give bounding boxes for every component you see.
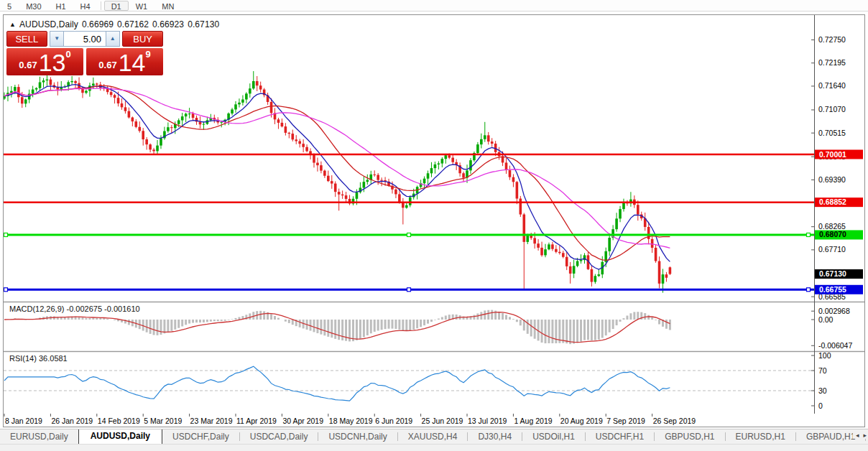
buy-button[interactable]: BUY	[122, 31, 163, 47]
timeframe-button-w1[interactable]: W1	[129, 1, 155, 11]
chart-symbol: AUDUSD,Daily	[19, 19, 78, 29]
svg-text:8 Jan 2019: 8 Jan 2019	[5, 417, 42, 425]
svg-text:0: 0	[818, 401, 823, 410]
svg-text:30 Apr 2019: 30 Apr 2019	[282, 417, 323, 425]
volume-increase-button[interactable]: ▲	[106, 31, 120, 47]
volume-decrease-button[interactable]: ▼	[50, 31, 64, 47]
timeframe-button-h1[interactable]: H1	[49, 1, 73, 11]
sell-button[interactable]: SELL	[6, 31, 47, 47]
sell-price-tile[interactable]: 0.67 13 0	[6, 48, 83, 75]
svg-text:7 Sep 2019: 7 Sep 2019	[606, 417, 645, 425]
svg-text:18 May 2019: 18 May 2019	[329, 417, 373, 425]
timeframe-button-h4[interactable]: H4	[73, 1, 98, 11]
svg-text:30: 30	[818, 386, 827, 395]
volume-input[interactable]	[64, 31, 106, 47]
chart-tab-usdchf-h1[interactable]: USDCHF,H1	[586, 429, 654, 444]
svg-text:6 Jun 2019: 6 Jun 2019	[375, 417, 412, 425]
svg-text:0.66755: 0.66755	[819, 285, 846, 294]
svg-text:0.68852: 0.68852	[819, 197, 846, 206]
svg-text:0.72195: 0.72195	[818, 58, 846, 67]
svg-text:1 Aug 2019: 1 Aug 2019	[514, 417, 552, 425]
buy-price-prefix: 0.67	[98, 60, 116, 70]
rsi-name: RSI(14)	[9, 354, 37, 363]
sell-price-big: 13	[39, 52, 66, 73]
macd-indicator-label: MACD(12,26,9) -0.002675 -0.001610	[9, 304, 140, 313]
ohlc-close: 0.67130	[188, 19, 219, 29]
svg-text:0.72750: 0.72750	[818, 35, 846, 44]
svg-text:100: 100	[818, 351, 831, 360]
status-bar	[0, 444, 868, 451]
svg-text:0.70001: 0.70001	[819, 150, 846, 159]
chart-tab-eurusd-h1[interactable]: EURUSD,H1	[726, 429, 795, 444]
chart-tab-usdcnh-daily[interactable]: USDCNH,Daily	[318, 429, 397, 444]
svg-text:0.71640: 0.71640	[818, 81, 846, 90]
timeframe-button-5[interactable]: 5	[0, 1, 19, 11]
timeframe-button-m30[interactable]: M30	[19, 1, 48, 11]
svg-text:14 Feb 2019: 14 Feb 2019	[98, 417, 140, 425]
buy-price-tile[interactable]: 0.67 14 9	[86, 48, 163, 75]
chart-tab-xauusd-h4[interactable]: XAUUSD,H4	[398, 429, 468, 444]
timeframe-toolbar: 5M30H1H4D1W1MN	[0, 0, 868, 11]
ohlc-low: 0.66923	[152, 19, 184, 29]
chart-tab-bar: EURUSD,DailyAUDUSD,DailyUSDCHF,DailyUSDC…	[0, 429, 868, 444]
chart-tab-eurusd-daily[interactable]: EURUSD,Daily	[0, 429, 78, 444]
svg-text:5 Mar 2019: 5 Mar 2019	[144, 417, 182, 425]
sell-price-prefix: 0.67	[19, 60, 37, 70]
svg-text:20 Aug 2019: 20 Aug 2019	[560, 417, 603, 425]
buy-direction-icon: ▲	[9, 21, 16, 28]
svg-text:0.67710: 0.67710	[818, 245, 846, 254]
sell-price-sup: 0	[65, 49, 70, 60]
svg-text:26 Sep 2019: 26 Sep 2019	[653, 417, 696, 425]
toolbar-separator	[101, 1, 101, 10]
chart-tab-dj30-h4[interactable]: DJ30,H4	[468, 429, 522, 444]
svg-text:0.69390: 0.69390	[818, 175, 846, 184]
chart-title: ▲AUDUSD,Daily0.669690.671620.669230.6713…	[9, 19, 219, 29]
macd-values: -0.002675 -0.001610	[66, 304, 139, 313]
chart-tab-gbpusd-h1[interactable]: GBPUSD,H1	[655, 429, 724, 444]
svg-text:0.68265: 0.68265	[818, 222, 846, 231]
svg-text:0.002968: 0.002968	[818, 307, 850, 315]
spinner-up-icon: ▲	[110, 35, 116, 42]
timeframe-button-d1[interactable]: D1	[104, 1, 129, 11]
svg-text:0.00: 0.00	[818, 315, 834, 324]
chart-tab-usdoil-h1[interactable]: USDOil,H1	[522, 429, 585, 444]
svg-text:0.71070: 0.71070	[818, 105, 846, 113]
buy-price-sup: 9	[145, 49, 150, 60]
buy-price-big: 14	[119, 52, 146, 73]
tab-scroll-right-icon[interactable]: ▸	[863, 432, 867, 439]
tab-scroll-left-icon[interactable]: ◂	[856, 432, 859, 439]
ohlc-high: 0.67162	[117, 19, 149, 29]
svg-text:0.67130: 0.67130	[819, 269, 846, 278]
spinner-down-icon: ▼	[54, 35, 60, 42]
chart-window: 0.727500.721950.716400.710700.705150.699…	[3, 14, 865, 427]
timeframe-button-mn[interactable]: MN	[154, 1, 181, 11]
chart-tab-usdcad-daily[interactable]: USDCAD,Daily	[240, 429, 318, 444]
svg-text:11 Apr 2019: 11 Apr 2019	[236, 417, 277, 425]
rsi-indicator-label: RSI(14) 36.0581	[9, 354, 68, 363]
rsi-value: 36.0581	[39, 354, 68, 363]
svg-text:70: 70	[818, 366, 827, 375]
one-click-trade-panel: SELL ▼ ▲ BUY 0.67 13 0 0.67 14 9	[6, 31, 163, 75]
svg-text:26 Jan 2019: 26 Jan 2019	[51, 417, 93, 425]
chart-tab-usdchf-daily[interactable]: USDCHF,Daily	[162, 429, 239, 444]
macd-name: MACD(12,26,9)	[9, 304, 64, 313]
ohlc-open: 0.66969	[82, 19, 114, 29]
svg-text:25 Jun 2019: 25 Jun 2019	[422, 417, 463, 425]
svg-text:-0.006047: -0.006047	[818, 341, 852, 350]
svg-text:0.68070: 0.68070	[819, 230, 846, 238]
svg-text:23 Mar 2019: 23 Mar 2019	[190, 417, 233, 425]
chart-tab-audusd-daily[interactable]: AUDUSD,Daily	[78, 429, 162, 444]
svg-text:13 Jul 2019: 13 Jul 2019	[468, 417, 507, 425]
price-chart[interactable]: 0.727500.721950.716400.710700.705150.699…	[4, 15, 864, 427]
svg-text:0.70515: 0.70515	[818, 129, 846, 137]
